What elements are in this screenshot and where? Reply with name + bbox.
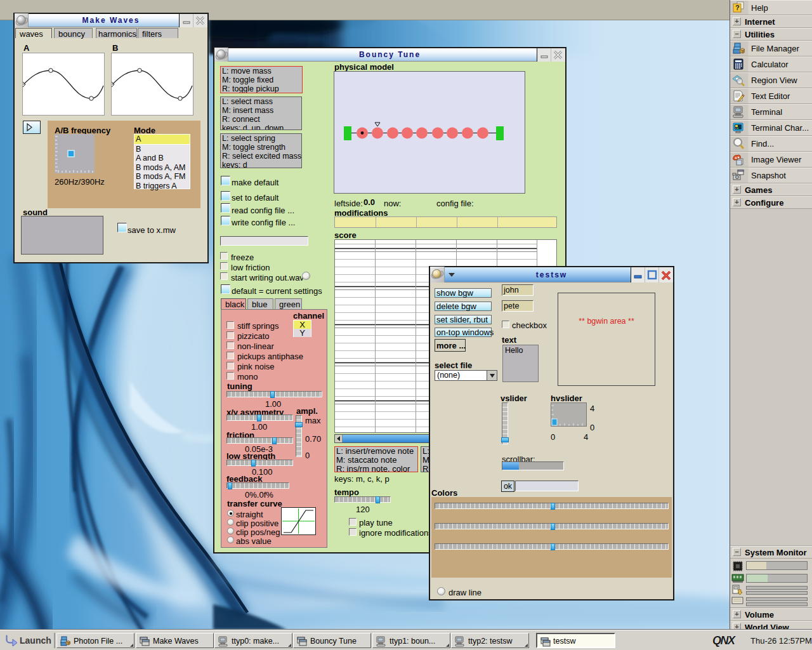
- svg-text:?: ?: [735, 4, 740, 11]
- svg-text:QNX: QNX: [712, 634, 736, 647]
